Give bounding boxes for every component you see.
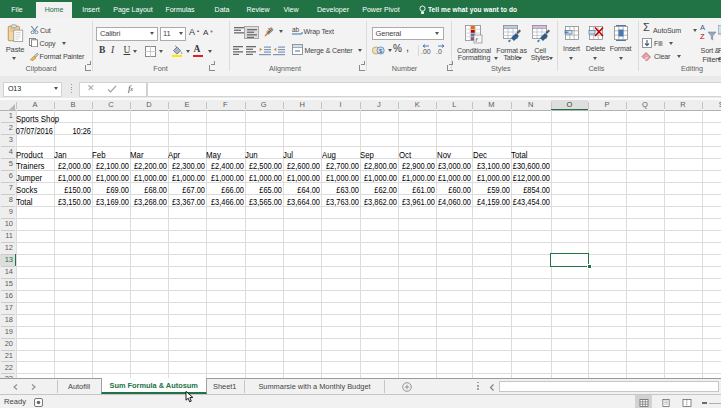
svg-text:.00: .00 <box>421 48 431 55</box>
svg-text:.0: .0 <box>436 48 442 55</box>
svg-text:Z: Z <box>700 32 705 41</box>
svg-text:ab: ab <box>292 26 300 33</box>
svg-text:ab: ab <box>264 25 275 36</box>
svg-text:A: A <box>700 23 705 32</box>
